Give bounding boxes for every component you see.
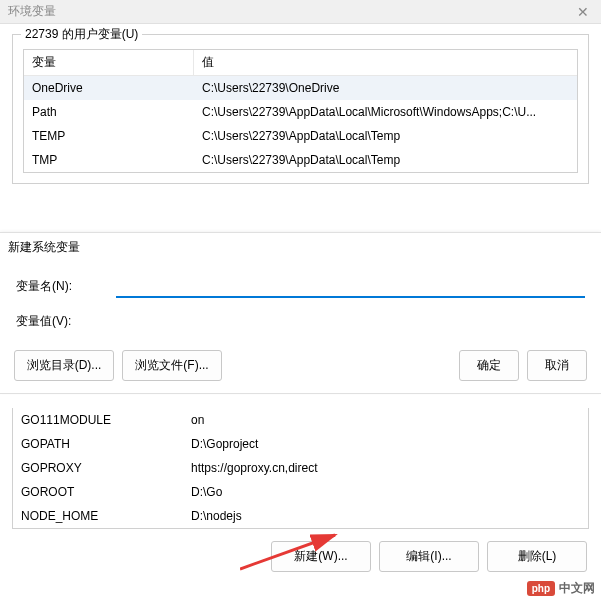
user-variables-legend: 22739 的用户变量(U) bbox=[21, 26, 142, 43]
watermark-badge: php bbox=[527, 581, 555, 596]
browse-directory-button[interactable]: 浏览目录(D)... bbox=[14, 350, 114, 381]
table-row[interactable]: GOPATHD:\Goproject bbox=[13, 432, 588, 456]
cell-name: Path bbox=[24, 102, 194, 122]
table-row[interactable]: GOPROXYhttps://goproxy.cn,direct bbox=[13, 456, 588, 480]
cell-name: GOPATH bbox=[13, 434, 183, 454]
table-row[interactable]: GOROOTD:\Go bbox=[13, 480, 588, 504]
cell-name: GOPROXY bbox=[13, 458, 183, 478]
table-header: 变量 值 bbox=[24, 50, 577, 76]
delete-button[interactable]: 删除(L) bbox=[487, 541, 587, 572]
cell-value: https://goproxy.cn,direct bbox=[183, 458, 588, 478]
cell-value: C:\Users\22739\AppData\Local\Temp bbox=[194, 126, 577, 146]
new-var-title: 新建系统变量 bbox=[0, 233, 601, 268]
variable-name-label: 变量名(N): bbox=[16, 278, 116, 295]
system-variables-table[interactable]: GO111MODULEonGOPATHD:\GoprojectGOPROXYht… bbox=[12, 408, 589, 529]
new-button[interactable]: 新建(W)... bbox=[271, 541, 371, 572]
cell-name: TEMP bbox=[24, 126, 194, 146]
environment-variables-dialog: 环境变量 ✕ 22739 的用户变量(U) 变量 值 OneDriveC:\Us… bbox=[0, 0, 601, 603]
variable-name-input[interactable] bbox=[116, 274, 585, 298]
cell-name: OneDrive bbox=[24, 78, 194, 98]
cell-name: GOROOT bbox=[13, 482, 183, 502]
column-header-value[interactable]: 值 bbox=[194, 50, 577, 75]
cell-value: C:\Users\22739\OneDrive bbox=[194, 78, 577, 98]
watermark: php 中文网 bbox=[527, 580, 595, 597]
user-variables-group: 22739 的用户变量(U) 变量 值 OneDriveC:\Users\227… bbox=[12, 34, 589, 184]
cell-name: TMP bbox=[24, 150, 194, 170]
column-header-name[interactable]: 变量 bbox=[24, 50, 194, 75]
dialog-title: 环境变量 bbox=[8, 3, 56, 20]
variable-value-input[interactable] bbox=[116, 310, 585, 332]
cell-value: on bbox=[183, 410, 588, 430]
table-row[interactable]: PathC:\Users\22739\AppData\Local\Microso… bbox=[24, 100, 577, 124]
system-variables-area: GO111MODULEonGOPATHD:\GoprojectGOPROXYht… bbox=[12, 408, 589, 572]
cell-name: GO111MODULE bbox=[13, 410, 183, 430]
close-icon[interactable]: ✕ bbox=[573, 4, 593, 20]
watermark-text: 中文网 bbox=[559, 580, 595, 597]
cell-value: C:\Users\22739\AppData\Local\Microsoft\W… bbox=[194, 102, 577, 122]
cell-value: D:\Go bbox=[183, 482, 588, 502]
table-row[interactable]: TEMPC:\Users\22739\AppData\Local\Temp bbox=[24, 124, 577, 148]
cell-value: C:\Users\22739\AppData\Local\Temp bbox=[194, 150, 577, 170]
variable-value-label: 变量值(V): bbox=[16, 313, 116, 330]
browse-file-button[interactable]: 浏览文件(F)... bbox=[122, 350, 222, 381]
cell-name: NODE_HOME bbox=[13, 506, 183, 526]
user-variables-table[interactable]: 变量 值 OneDriveC:\Users\22739\OneDrivePath… bbox=[23, 49, 578, 173]
cell-value: D:\nodejs bbox=[183, 506, 588, 526]
ok-button[interactable]: 确定 bbox=[459, 350, 519, 381]
cancel-button[interactable]: 取消 bbox=[527, 350, 587, 381]
table-row[interactable]: NODE_HOMED:\nodejs bbox=[13, 504, 588, 528]
table-row[interactable]: GO111MODULEon bbox=[13, 408, 588, 432]
cell-value: D:\Goproject bbox=[183, 434, 588, 454]
title-bar: 环境变量 ✕ bbox=[0, 0, 601, 24]
table-row[interactable]: OneDriveC:\Users\22739\OneDrive bbox=[24, 76, 577, 100]
table-row[interactable]: TMPC:\Users\22739\AppData\Local\Temp bbox=[24, 148, 577, 172]
new-system-variable-dialog: 新建系统变量 变量名(N): 变量值(V): 浏览目录(D)... 浏览文件(F… bbox=[0, 232, 601, 394]
edit-button[interactable]: 编辑(I)... bbox=[379, 541, 479, 572]
